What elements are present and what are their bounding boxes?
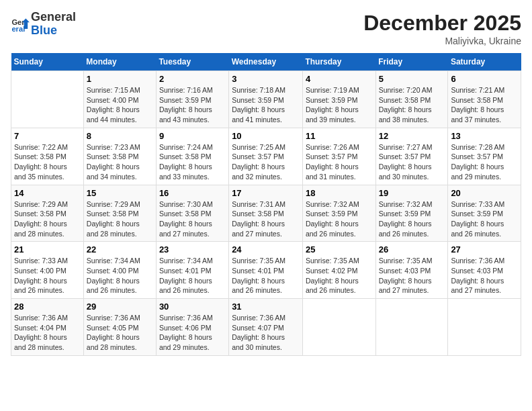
day-number: 23: [159, 244, 226, 255]
day-info: Sunrise: 7:36 AM Sunset: 4:03 PM Dayligh…: [451, 256, 518, 295]
logo-icon: Gen eral: [11, 15, 30, 34]
day-number: 22: [87, 244, 153, 255]
day-number: 25: [306, 244, 373, 255]
title-block: December 2025 Maliyivka, Ukraine: [363, 11, 521, 46]
day-number: 15: [87, 188, 153, 198]
table-row: 28Sunrise: 7:36 AM Sunset: 4:04 PM Dayli…: [11, 299, 84, 356]
table-row: 31Sunrise: 7:36 AM Sunset: 4:07 PM Dayli…: [229, 299, 303, 356]
table-row: 12Sunrise: 7:27 AM Sunset: 3:57 PM Dayli…: [375, 128, 448, 185]
table-row: 25Sunrise: 7:35 AM Sunset: 4:02 PM Dayli…: [302, 242, 375, 299]
table-row: 29Sunrise: 7:36 AM Sunset: 4:05 PM Dayli…: [83, 299, 156, 356]
day-info: Sunrise: 7:22 AM Sunset: 3:58 PM Dayligh…: [14, 142, 81, 182]
table-row: 20Sunrise: 7:33 AM Sunset: 3:59 PM Dayli…: [448, 185, 521, 242]
day-info: Sunrise: 7:30 AM Sunset: 3:58 PM Dayligh…: [159, 199, 226, 239]
table-row: [375, 299, 448, 356]
day-info: Sunrise: 7:33 AM Sunset: 4:00 PM Dayligh…: [14, 256, 81, 295]
table-row: 7Sunrise: 7:22 AM Sunset: 3:58 PM Daylig…: [11, 128, 84, 185]
day-number: 30: [159, 302, 226, 312]
table-row: 1Sunrise: 7:15 AM Sunset: 4:00 PM Daylig…: [83, 71, 156, 128]
day-info: Sunrise: 7:18 AM Sunset: 3:59 PM Dayligh…: [232, 85, 300, 125]
day-info: Sunrise: 7:32 AM Sunset: 3:59 PM Dayligh…: [306, 199, 373, 239]
table-row: 14Sunrise: 7:29 AM Sunset: 3:58 PM Dayli…: [11, 185, 84, 242]
table-row: [302, 299, 375, 356]
table-row: 22Sunrise: 7:34 AM Sunset: 4:00 PM Dayli…: [83, 242, 156, 299]
calendar-week-row: 28Sunrise: 7:36 AM Sunset: 4:04 PM Dayli…: [11, 299, 521, 356]
day-number: 7: [14, 131, 81, 141]
col-wednesday: Wednesday: [229, 53, 303, 71]
table-row: 17Sunrise: 7:31 AM Sunset: 3:58 PM Dayli…: [229, 185, 303, 242]
day-info: Sunrise: 7:20 AM Sunset: 3:58 PM Dayligh…: [379, 85, 445, 125]
day-number: 13: [451, 131, 518, 141]
table-row: 19Sunrise: 7:32 AM Sunset: 3:59 PM Dayli…: [375, 185, 448, 242]
calendar-week-row: 7Sunrise: 7:22 AM Sunset: 3:58 PM Daylig…: [11, 128, 521, 185]
day-info: Sunrise: 7:15 AM Sunset: 4:00 PM Dayligh…: [87, 85, 153, 125]
table-row: 16Sunrise: 7:30 AM Sunset: 3:58 PM Dayli…: [156, 185, 228, 242]
table-row: 3Sunrise: 7:18 AM Sunset: 3:59 PM Daylig…: [229, 71, 303, 128]
col-saturday: Saturday: [448, 53, 521, 71]
day-info: Sunrise: 7:29 AM Sunset: 3:58 PM Dayligh…: [87, 199, 153, 239]
day-info: Sunrise: 7:21 AM Sunset: 3:58 PM Dayligh…: [451, 85, 518, 125]
table-row: [11, 71, 84, 128]
table-row: 24Sunrise: 7:35 AM Sunset: 4:01 PM Dayli…: [229, 242, 303, 299]
calendar-week-row: 21Sunrise: 7:33 AM Sunset: 4:00 PM Dayli…: [11, 242, 521, 299]
logo-text-line2: Blue: [31, 24, 76, 38]
table-row: 30Sunrise: 7:36 AM Sunset: 4:06 PM Dayli…: [156, 299, 228, 356]
calendar-week-row: 1Sunrise: 7:15 AM Sunset: 4:00 PM Daylig…: [11, 71, 521, 128]
col-monday: Monday: [83, 53, 156, 71]
day-number: 12: [379, 131, 445, 141]
day-info: Sunrise: 7:34 AM Sunset: 4:01 PM Dayligh…: [159, 256, 226, 295]
day-number: 14: [14, 188, 81, 198]
table-row: 6Sunrise: 7:21 AM Sunset: 3:58 PM Daylig…: [448, 71, 521, 128]
table-row: 9Sunrise: 7:24 AM Sunset: 3:58 PM Daylig…: [156, 128, 228, 185]
day-info: Sunrise: 7:35 AM Sunset: 4:03 PM Dayligh…: [379, 256, 445, 295]
day-info: Sunrise: 7:24 AM Sunset: 3:58 PM Dayligh…: [159, 142, 226, 182]
day-number: 31: [232, 302, 300, 312]
day-number: 20: [451, 188, 518, 198]
table-row: [448, 299, 521, 356]
day-info: Sunrise: 7:26 AM Sunset: 3:57 PM Dayligh…: [306, 142, 373, 182]
table-row: 21Sunrise: 7:33 AM Sunset: 4:00 PM Dayli…: [11, 242, 84, 299]
day-number: 10: [232, 131, 300, 141]
day-number: 17: [232, 188, 300, 198]
calendar-week-row: 14Sunrise: 7:29 AM Sunset: 3:58 PM Dayli…: [11, 185, 521, 242]
day-number: 18: [306, 188, 373, 198]
day-number: 28: [14, 302, 81, 312]
col-thursday: Thursday: [302, 53, 375, 71]
calendar-header-row: Sunday Monday Tuesday Wednesday Thursday…: [11, 53, 521, 71]
day-number: 29: [87, 302, 153, 312]
day-info: Sunrise: 7:36 AM Sunset: 4:05 PM Dayligh…: [87, 313, 153, 353]
day-info: Sunrise: 7:31 AM Sunset: 3:58 PM Dayligh…: [232, 199, 300, 239]
col-sunday: Sunday: [11, 53, 84, 71]
day-info: Sunrise: 7:32 AM Sunset: 3:59 PM Dayligh…: [379, 199, 445, 239]
day-number: 6: [451, 74, 518, 84]
table-row: 11Sunrise: 7:26 AM Sunset: 3:57 PM Dayli…: [302, 128, 375, 185]
day-number: 3: [232, 74, 300, 84]
day-number: 21: [14, 244, 81, 255]
table-row: 4Sunrise: 7:19 AM Sunset: 3:59 PM Daylig…: [302, 71, 375, 128]
day-info: Sunrise: 7:34 AM Sunset: 4:00 PM Dayligh…: [87, 256, 153, 295]
table-row: 27Sunrise: 7:36 AM Sunset: 4:03 PM Dayli…: [448, 242, 521, 299]
day-info: Sunrise: 7:29 AM Sunset: 3:58 PM Dayligh…: [14, 199, 81, 239]
table-row: 13Sunrise: 7:28 AM Sunset: 3:57 PM Dayli…: [448, 128, 521, 185]
table-row: 10Sunrise: 7:25 AM Sunset: 3:57 PM Dayli…: [229, 128, 303, 185]
day-info: Sunrise: 7:36 AM Sunset: 4:07 PM Dayligh…: [232, 313, 300, 353]
table-row: 8Sunrise: 7:23 AM Sunset: 3:58 PM Daylig…: [83, 128, 156, 185]
day-number: 16: [159, 188, 226, 198]
page-header: Gen eral General Blue December 2025 Mali…: [11, 11, 521, 46]
logo-text-line1: General: [31, 11, 76, 24]
day-number: 24: [232, 244, 300, 255]
day-info: Sunrise: 7:36 AM Sunset: 4:06 PM Dayligh…: [159, 313, 226, 353]
day-info: Sunrise: 7:16 AM Sunset: 3:59 PM Dayligh…: [159, 85, 226, 125]
day-number: 8: [87, 131, 153, 141]
day-info: Sunrise: 7:33 AM Sunset: 3:59 PM Dayligh…: [451, 199, 518, 239]
col-tuesday: Tuesday: [156, 53, 228, 71]
table-row: 2Sunrise: 7:16 AM Sunset: 3:59 PM Daylig…: [156, 71, 228, 128]
day-number: 9: [159, 131, 226, 141]
day-info: Sunrise: 7:25 AM Sunset: 3:57 PM Dayligh…: [232, 142, 300, 182]
location-subtitle: Maliyivka, Ukraine: [363, 36, 521, 46]
day-number: 5: [379, 74, 445, 84]
day-number: 27: [451, 244, 518, 255]
day-info: Sunrise: 7:19 AM Sunset: 3:59 PM Dayligh…: [306, 85, 373, 125]
day-info: Sunrise: 7:35 AM Sunset: 4:02 PM Dayligh…: [306, 256, 373, 295]
day-info: Sunrise: 7:36 AM Sunset: 4:04 PM Dayligh…: [14, 313, 81, 353]
